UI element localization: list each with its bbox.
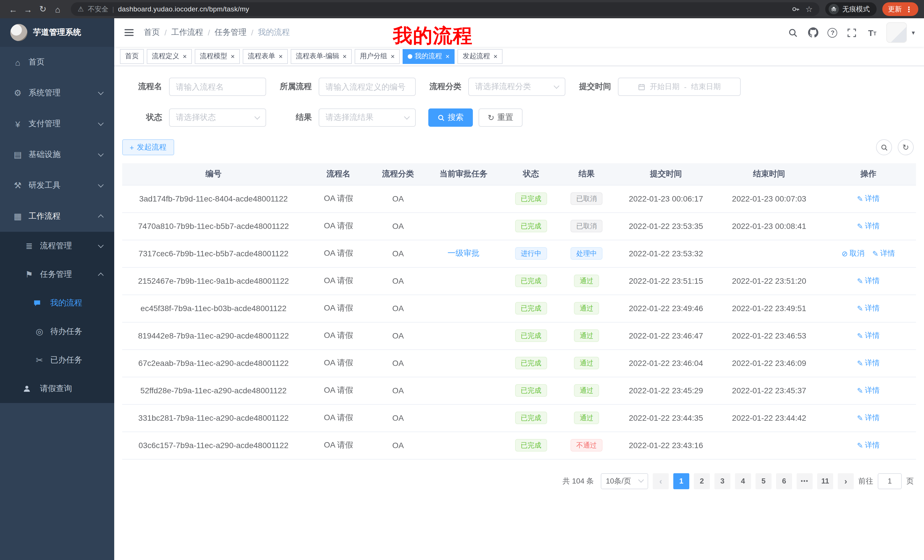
submit-time-label: 提交时间 [571,82,611,92]
bookmark-star-icon[interactable]: ☆ [806,4,813,14]
result-select[interactable]: 请选择流结果 [319,108,416,127]
detail-link[interactable]: ✎详情 [857,303,880,313]
breadcrumb-home[interactable]: 首页 [144,27,160,38]
forward-icon[interactable]: → [21,2,35,16]
table-row: 7317cec6-7b9b-11ec-b5b7-acde48001122 OA … [122,240,916,267]
tab-user-group[interactable]: 用户分组 × [355,49,400,64]
page-button-4[interactable]: 4 [735,473,751,489]
detail-link[interactable]: ✎详情 [857,221,880,231]
font-size-icon[interactable]: TT [866,26,879,39]
next-page-button[interactable]: › [838,473,854,489]
sidebar-item-infrastructure[interactable]: ▤ 基础设施 [0,139,114,170]
page-size-select[interactable]: 10条/页 [601,473,648,489]
table-row: 331bc281-7b9a-11ec-a290-acde48001122 OA … [122,404,916,431]
detail-link[interactable]: ✎详情 [857,385,880,395]
breadcrumb-task-management[interactable]: 任务管理 [215,27,247,38]
sidebar-item-leave-query[interactable]: 请假查询 [0,374,114,403]
search-button[interactable]: 搜索 [428,108,473,127]
create-process-button[interactable]: + 发起流程 [122,139,174,155]
process-name-input[interactable] [169,78,266,96]
github-icon[interactable] [807,26,820,39]
hamburger-icon[interactable] [123,27,135,38]
help-icon[interactable]: ? [828,28,837,37]
back-icon[interactable]: ← [6,2,21,16]
payment-icon: ¥ [11,119,24,129]
tab-home[interactable]: 首页 [120,49,144,64]
cancel-link[interactable]: ⊘取消 [842,248,864,259]
address-bar[interactable]: ⚠ 不安全 | dashboard.yudao.iocoder.cn/bpm/t… [71,2,819,16]
result-badge: 通过 [574,275,599,287]
browser-home-icon[interactable]: ⌂ [50,2,65,16]
process-def-input[interactable] [319,78,416,96]
detail-link[interactable]: ✎详情 [857,331,880,341]
update-button[interactable]: 更新 ⋮ [882,2,918,16]
tab-process-form[interactable]: 流程表单 × [243,49,288,64]
search-toggle-button[interactable] [876,139,892,155]
reset-button[interactable]: ↻ 重置 [478,108,522,127]
page-button-5[interactable]: 5 [756,473,771,489]
page-button-11[interactable]: 11 [817,473,833,489]
reload-icon[interactable]: ↻ [35,2,50,16]
sidebar-item-todo-tasks[interactable]: ◎ 待办任务 [0,317,114,346]
close-icon[interactable]: × [494,53,497,60]
status-badge: 已完成 [515,384,547,397]
page-button-6[interactable]: 6 [776,473,792,489]
breadcrumb-workflow[interactable]: 工作流程 [171,27,203,38]
caret-down-icon[interactable]: ▾ [912,29,915,36]
page-button-1[interactable]: 1 [673,473,689,489]
prev-page-button[interactable]: ‹ [653,473,669,489]
app-logo[interactable]: 芋道管理系统 [0,18,114,47]
detail-link[interactable]: ✎详情 [857,413,880,423]
category-select[interactable]: 请选择流程分类 [468,78,566,96]
tab-process-form-edit[interactable]: 流程表单-编辑 × [291,49,352,64]
sidebar-item-dev-tools[interactable]: ⚒ 研发工具 [0,170,114,201]
sidebar-item-my-process[interactable]: 我的流程 [0,289,114,317]
search-icon[interactable] [787,26,799,39]
status-select[interactable]: 请选择状态 [169,108,266,127]
close-icon[interactable]: × [446,53,449,60]
status-badge: 已完成 [515,357,547,369]
avatar[interactable] [886,22,907,43]
goto-page-input[interactable] [878,473,902,489]
gear-icon: ⚙ [11,88,24,98]
sidebar-item-done-tasks[interactable]: ✂ 已办任务 [0,346,114,374]
table-row: 67c2eaab-7b9a-11ec-a290-acde48001122 OA … [122,349,916,377]
more-pages-button[interactable]: ••• [796,473,813,489]
close-icon[interactable]: × [343,53,346,60]
sidebar-item-home[interactable]: ⌂ 首页 [0,47,114,78]
result-badge: 已取消 [570,192,603,205]
detail-link[interactable]: ✎详情 [857,193,880,204]
tab-start-process[interactable]: 发起流程 × [458,49,502,64]
page-button-3[interactable]: 3 [714,473,730,489]
submit-time-range-picker[interactable]: 开始日期 - 结束日期 [618,78,741,96]
browser-menu-icon[interactable]: ⋮ [905,5,913,13]
chevron-down-icon [98,120,104,126]
fullscreen-icon[interactable] [846,26,858,39]
detail-link[interactable]: ✎详情 [857,440,880,451]
refresh-table-button[interactable]: ↻ [898,139,914,155]
goto-label: 前往 [858,476,873,486]
key-icon[interactable] [792,5,800,13]
sidebar-item-system-management[interactable]: ⚙ 系统管理 [0,78,114,108]
detail-link[interactable]: ✎详情 [872,248,895,259]
page-button-2[interactable]: 2 [694,473,710,489]
logo-avatar [10,24,27,41]
close-icon[interactable]: × [279,53,283,60]
sidebar-item-payment-management[interactable]: ¥ 支付管理 [0,108,114,139]
current-task-link[interactable]: 一级审批 [447,248,479,258]
sidebar-item-workflow[interactable]: ▦ 工作流程 [0,201,114,232]
detail-link[interactable]: ✎详情 [857,276,880,286]
sidebar-item-task-management[interactable]: ⚑ 任务管理 [0,260,114,289]
omnibox-divider: | [112,6,114,13]
page-title-annotation: 我的流程 [393,23,473,49]
app-title: 芋道管理系统 [33,27,81,38]
close-icon[interactable]: × [183,53,187,60]
tab-my-process[interactable]: 我的流程 × [403,49,454,64]
tab-process-definition[interactable]: 流程定义 × [147,49,192,64]
close-icon[interactable]: × [231,53,235,60]
edit-icon: ✎ [857,386,863,395]
detail-link[interactable]: ✎详情 [857,358,880,368]
sidebar-item-process-management[interactable]: ≣ 流程管理 [0,232,114,260]
tab-process-model[interactable]: 流程模型 × [195,49,240,64]
close-icon[interactable]: × [391,53,394,60]
